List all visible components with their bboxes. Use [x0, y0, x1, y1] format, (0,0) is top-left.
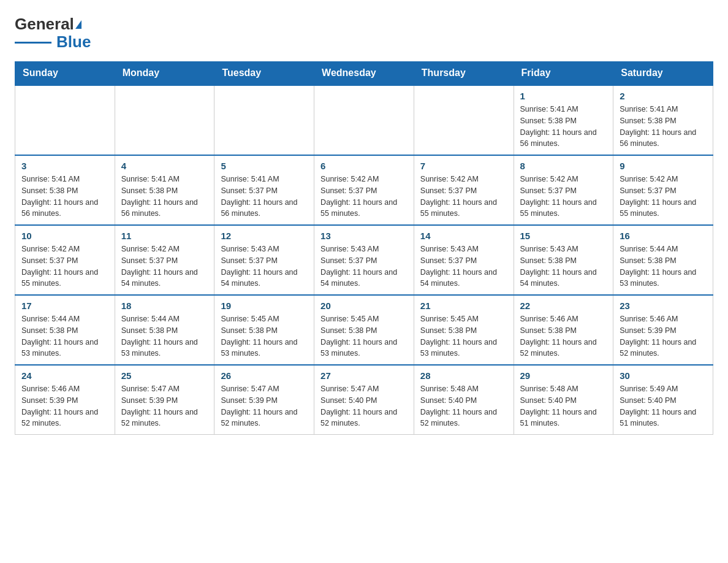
day-info: Sunrise: 5:47 AM Sunset: 5:39 PM Dayligh… — [221, 383, 308, 429]
day-number: 15 — [520, 231, 607, 241]
calendar-cell: 24Sunrise: 5:46 AM Sunset: 5:39 PM Dayli… — [15, 365, 115, 435]
day-number: 3 — [21, 161, 108, 171]
day-number: 8 — [520, 161, 607, 171]
day-number: 30 — [620, 370, 707, 381]
calendar-cell — [314, 85, 414, 155]
calendar-cell — [414, 85, 514, 155]
calendar-cell — [115, 85, 214, 155]
day-number: 27 — [320, 370, 408, 381]
calendar-cell: 2Sunrise: 5:41 AM Sunset: 5:38 PM Daylig… — [613, 85, 713, 155]
day-number: 10 — [21, 231, 108, 241]
day-info: Sunrise: 5:41 AM Sunset: 5:38 PM Dayligh… — [520, 104, 607, 150]
day-info: Sunrise: 5:47 AM Sunset: 5:39 PM Dayligh… — [121, 383, 208, 429]
calendar-cell: 11Sunrise: 5:42 AM Sunset: 5:37 PM Dayli… — [115, 225, 214, 295]
day-info: Sunrise: 5:42 AM Sunset: 5:37 PM Dayligh… — [520, 174, 607, 220]
day-number: 21 — [420, 301, 507, 311]
calendar-cell: 4Sunrise: 5:41 AM Sunset: 5:38 PM Daylig… — [115, 155, 214, 225]
calendar-cell: 27Sunrise: 5:47 AM Sunset: 5:40 PM Dayli… — [314, 365, 414, 435]
day-info: Sunrise: 5:49 AM Sunset: 5:40 PM Dayligh… — [620, 383, 707, 429]
calendar-cell: 26Sunrise: 5:47 AM Sunset: 5:39 PM Dayli… — [214, 365, 314, 435]
day-info: Sunrise: 5:43 AM Sunset: 5:37 PM Dayligh… — [420, 243, 507, 289]
day-info: Sunrise: 5:46 AM Sunset: 5:38 PM Dayligh… — [520, 313, 607, 359]
weekday-header-friday: Friday — [514, 61, 613, 85]
calendar-cell: 5Sunrise: 5:41 AM Sunset: 5:37 PM Daylig… — [214, 155, 314, 225]
calendar-cell: 8Sunrise: 5:42 AM Sunset: 5:37 PM Daylig… — [514, 155, 613, 225]
day-info: Sunrise: 5:44 AM Sunset: 5:38 PM Dayligh… — [121, 313, 208, 359]
day-number: 24 — [21, 370, 108, 381]
day-info: Sunrise: 5:44 AM Sunset: 5:38 PM Dayligh… — [620, 243, 707, 289]
calendar-cell: 10Sunrise: 5:42 AM Sunset: 5:37 PM Dayli… — [15, 225, 115, 295]
weekday-header-tuesday: Tuesday — [214, 61, 314, 85]
calendar-cell: 1Sunrise: 5:41 AM Sunset: 5:38 PM Daylig… — [514, 85, 613, 155]
weekday-header-wednesday: Wednesday — [314, 61, 414, 85]
day-info: Sunrise: 5:45 AM Sunset: 5:38 PM Dayligh… — [420, 313, 507, 359]
day-number: 22 — [520, 301, 607, 311]
weekday-header-sunday: Sunday — [15, 61, 115, 85]
day-number: 9 — [620, 161, 707, 171]
logo-blue-text: Blue — [56, 33, 91, 52]
day-info: Sunrise: 5:48 AM Sunset: 5:40 PM Dayligh… — [520, 383, 607, 429]
day-info: Sunrise: 5:41 AM Sunset: 5:38 PM Dayligh… — [121, 174, 208, 220]
calendar-cell: 28Sunrise: 5:48 AM Sunset: 5:40 PM Dayli… — [414, 365, 514, 435]
day-info: Sunrise: 5:42 AM Sunset: 5:37 PM Dayligh… — [320, 174, 408, 220]
day-number: 6 — [320, 161, 408, 171]
calendar-cell: 22Sunrise: 5:46 AM Sunset: 5:38 PM Dayli… — [514, 295, 613, 365]
calendar-cell: 30Sunrise: 5:49 AM Sunset: 5:40 PM Dayli… — [613, 365, 713, 435]
week-row-4: 24Sunrise: 5:46 AM Sunset: 5:39 PM Dayli… — [15, 365, 713, 435]
calendar-cell: 20Sunrise: 5:45 AM Sunset: 5:38 PM Dayli… — [314, 295, 414, 365]
logo-general-text: General — [15, 15, 74, 34]
calendar-cell: 9Sunrise: 5:42 AM Sunset: 5:37 PM Daylig… — [613, 155, 713, 225]
week-row-1: 3Sunrise: 5:41 AM Sunset: 5:38 PM Daylig… — [15, 155, 713, 225]
day-number: 7 — [420, 161, 507, 171]
logo-line — [15, 42, 51, 44]
calendar-body: 1Sunrise: 5:41 AM Sunset: 5:38 PM Daylig… — [15, 85, 713, 435]
calendar-table: SundayMondayTuesdayWednesdayThursdayFrid… — [15, 61, 713, 435]
day-info: Sunrise: 5:46 AM Sunset: 5:39 PM Dayligh… — [21, 383, 108, 429]
calendar-cell: 3Sunrise: 5:41 AM Sunset: 5:38 PM Daylig… — [15, 155, 115, 225]
calendar-cell: 12Sunrise: 5:43 AM Sunset: 5:37 PM Dayli… — [214, 225, 314, 295]
day-info: Sunrise: 5:46 AM Sunset: 5:39 PM Dayligh… — [620, 313, 707, 359]
day-number: 23 — [620, 301, 707, 311]
day-number: 29 — [520, 370, 607, 381]
day-info: Sunrise: 5:41 AM Sunset: 5:38 PM Dayligh… — [620, 104, 707, 150]
day-info: Sunrise: 5:47 AM Sunset: 5:40 PM Dayligh… — [320, 383, 408, 429]
calendar-cell: 17Sunrise: 5:44 AM Sunset: 5:38 PM Dayli… — [15, 295, 115, 365]
day-number: 1 — [520, 91, 607, 101]
day-info: Sunrise: 5:45 AM Sunset: 5:38 PM Dayligh… — [320, 313, 408, 359]
weekday-header-monday: Monday — [115, 61, 214, 85]
day-info: Sunrise: 5:42 AM Sunset: 5:37 PM Dayligh… — [420, 174, 507, 220]
day-number: 20 — [320, 301, 408, 311]
day-info: Sunrise: 5:48 AM Sunset: 5:40 PM Dayligh… — [420, 383, 507, 429]
weekday-header-saturday: Saturday — [613, 61, 713, 85]
calendar-cell: 15Sunrise: 5:43 AM Sunset: 5:38 PM Dayli… — [514, 225, 613, 295]
page-header: General Blue — [15, 15, 713, 52]
weekday-header-row: SundayMondayTuesdayWednesdayThursdayFrid… — [15, 61, 713, 85]
calendar-cell: 21Sunrise: 5:45 AM Sunset: 5:38 PM Dayli… — [414, 295, 514, 365]
calendar-cell: 18Sunrise: 5:44 AM Sunset: 5:38 PM Dayli… — [115, 295, 214, 365]
calendar-cell: 25Sunrise: 5:47 AM Sunset: 5:39 PM Dayli… — [115, 365, 214, 435]
week-row-0: 1Sunrise: 5:41 AM Sunset: 5:38 PM Daylig… — [15, 85, 713, 155]
day-number: 16 — [620, 231, 707, 241]
day-number: 5 — [221, 161, 308, 171]
calendar-cell: 29Sunrise: 5:48 AM Sunset: 5:40 PM Dayli… — [514, 365, 613, 435]
day-info: Sunrise: 5:45 AM Sunset: 5:38 PM Dayligh… — [221, 313, 308, 359]
day-info: Sunrise: 5:41 AM Sunset: 5:37 PM Dayligh… — [221, 174, 308, 220]
logo-triangle-icon — [75, 20, 82, 29]
calendar-cell: 7Sunrise: 5:42 AM Sunset: 5:37 PM Daylig… — [414, 155, 514, 225]
day-number: 4 — [121, 161, 208, 171]
day-number: 12 — [221, 231, 308, 241]
day-number: 14 — [420, 231, 507, 241]
day-number: 26 — [221, 370, 308, 381]
day-info: Sunrise: 5:42 AM Sunset: 5:37 PM Dayligh… — [121, 243, 208, 289]
day-number: 11 — [121, 231, 208, 241]
day-info: Sunrise: 5:43 AM Sunset: 5:38 PM Dayligh… — [520, 243, 607, 289]
day-number: 2 — [620, 91, 707, 101]
calendar-cell: 16Sunrise: 5:44 AM Sunset: 5:38 PM Dayli… — [613, 225, 713, 295]
day-info: Sunrise: 5:44 AM Sunset: 5:38 PM Dayligh… — [21, 313, 108, 359]
day-number: 13 — [320, 231, 408, 241]
day-number: 25 — [121, 370, 208, 381]
day-number: 19 — [221, 301, 308, 311]
day-number: 17 — [21, 301, 108, 311]
week-row-2: 10Sunrise: 5:42 AM Sunset: 5:37 PM Dayli… — [15, 225, 713, 295]
calendar-cell — [15, 85, 115, 155]
